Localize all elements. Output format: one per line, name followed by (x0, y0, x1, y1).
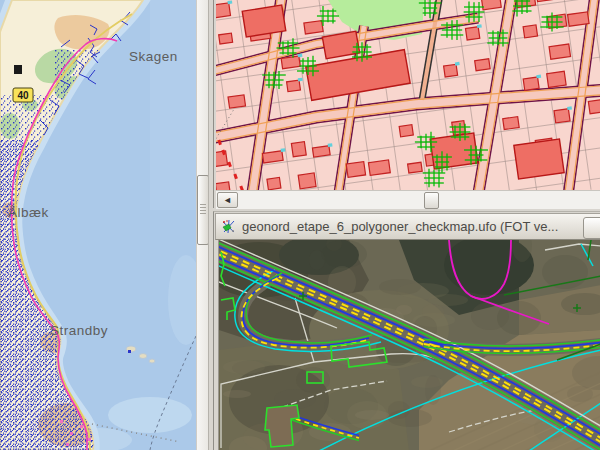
place-label-strandby: Strandby (50, 323, 108, 338)
road-shield-number: 40 (17, 90, 29, 101)
place-label-skagen: Skagen (129, 49, 178, 64)
left-arrow-icon: ◄ (223, 195, 232, 205)
cadastral-hscroll-thumb[interactable] (424, 192, 439, 209)
cadastral-horizontal-scrollbar[interactable]: ◄ (216, 190, 600, 209)
aerial-map-canvas[interactable] (218, 240, 600, 450)
place-label-aalbaek: Ålbæk (8, 205, 49, 220)
gis-workspace: 40 Skagen Ålbæk Strandby (0, 0, 600, 450)
overview-map-window: 40 Skagen Ålbæk Strandby (0, 0, 208, 450)
checkmap-window-title: geonord_etape_6_polygoner_checkmap.ufo (… (242, 219, 600, 234)
right-column: ◄ geonord_etape_6_polygoner_checkmap.ufo… (213, 0, 600, 450)
scroll-left-button[interactable]: ◄ (217, 192, 238, 208)
cadastral-map-window: ◄ (213, 0, 600, 208)
checkmap-window: geonord_etape_6_polygoner_checkmap.ufo (… (213, 211, 600, 450)
map-marker-square (14, 65, 22, 74)
road-shield: 40 (13, 88, 33, 102)
map-document-icon (221, 219, 237, 235)
checkmap-titlebar[interactable]: geonord_etape_6_polygoner_checkmap.ufo (… (215, 213, 600, 240)
minimize-button[interactable] (583, 217, 600, 239)
cadastral-map-canvas[interactable] (216, 0, 600, 190)
overview-map-canvas[interactable]: 40 Skagen Ålbæk Strandby (0, 0, 196, 450)
